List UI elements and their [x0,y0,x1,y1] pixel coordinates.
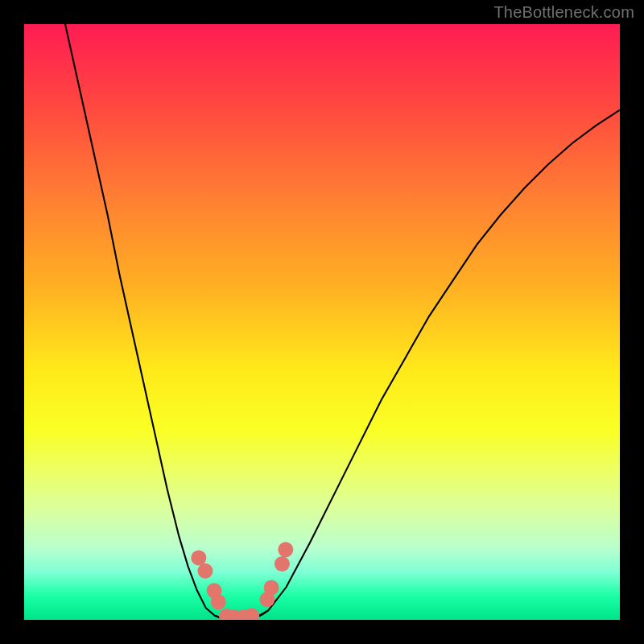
marker-dot [244,608,259,620]
curve-right-branch [257,110,620,617]
watermark-text: TheBottleneck.com [493,3,634,22]
marker-dot [278,542,293,557]
curve-left-branch [60,24,224,619]
marker-dot [191,551,206,566]
chart-svg [24,24,620,620]
marker-dot [197,564,213,579]
plot-area [24,24,620,620]
marker-dot [211,594,226,609]
marker-dot [275,556,290,572]
marker-dot [264,580,279,596]
chart-frame: TheBottleneck.com [0,0,644,644]
curve-group [60,24,620,619]
